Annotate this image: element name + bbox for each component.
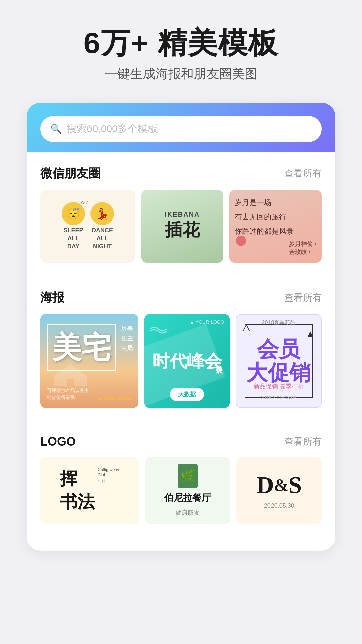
poster-3-dates: 2018.3.01~03.08 <box>261 395 297 400</box>
letter-s: S <box>288 471 302 499</box>
logo-template-card-2[interactable]: 🌿 伯尼拉餐厅 健康膳食 <box>145 457 231 524</box>
poster-2-top: ▲ YOUR LOGO <box>190 319 224 325</box>
wechat-view-all[interactable]: 查看所有 <box>284 167 322 180</box>
logo-template-card-1[interactable]: 挥书法 CalligraphyClub ○ 社 <box>40 457 139 524</box>
wechat-section-header: 微信朋友圈 查看所有 <box>40 165 322 182</box>
divider-2 <box>27 411 335 421</box>
ds-logo-date: 2020.05.30 <box>264 502 294 509</box>
poster-2-main: 时代峰会 <box>152 351 222 371</box>
divider-3 <box>27 527 335 537</box>
triangle-decor-1 <box>243 325 250 331</box>
brush-char: 挥书法 <box>60 467 95 514</box>
wechat-template-card-3[interactable]: 岁月是一场 有去无回的旅行 你路过的都是风景 岁月神偷 /金玫岐 / <box>229 190 322 263</box>
hero-title: 6万+ 精美模板 <box>20 27 342 59</box>
search-header: 🔍 搜索60,000多个模板 <box>27 103 335 152</box>
divider-1 <box>27 266 335 276</box>
poster-template-card-1[interactable]: 美宅 尽美住在宅局 百坪楼放产品认购中给你值得享受 ▲ YOUR LOGO <box>40 314 138 408</box>
calligraphy-circle: ○ 社 <box>98 478 119 484</box>
svg-marker-0 <box>243 325 250 331</box>
poem-line-2: 有去无回的旅行 <box>235 211 286 223</box>
wechat-template-grid: 😴 zzz SLEEPALLDAY 💃 DANCEALLNIGHT <box>40 190 322 263</box>
poster-1-sub: 尽美住在宅局 <box>121 324 133 353</box>
wechat-template-card-2[interactable]: IKEBANA 插花 <box>141 190 223 263</box>
leaf-logo-icon: 🌿 <box>178 464 198 488</box>
calligraphy-en: CalligraphyClub <box>98 467 119 477</box>
triangle-decor-2 <box>308 331 313 337</box>
poster-3-main: 会员大促销 <box>246 337 311 385</box>
logo-template-card-3[interactable]: D & S 2020.05.30 <box>236 457 322 524</box>
poster-view-all[interactable]: 查看所有 <box>284 291 322 304</box>
wave-icon <box>150 324 167 334</box>
poster-2-btn: 大数据 <box>170 388 204 401</box>
search-bar[interactable]: 🔍 搜索60,000多个模板 <box>40 116 322 142</box>
ikebana-en-label: IKEBANA <box>165 211 200 218</box>
poster-section-title: 海报 <box>40 289 64 306</box>
poem-author: 岁月神偷 /金玫岐 / <box>289 240 316 256</box>
poem-line-3: 你路过的都是风景 <box>235 225 294 237</box>
poster-1-detail: 百坪楼放产品认购中给你值得享受 <box>47 387 89 401</box>
app-card: 🔍 搜索60,000多个模板 微信朋友圈 查看所有 😴 zzz <box>27 103 335 551</box>
logo-section-title: LOGO <box>40 435 76 449</box>
poster-3-year: 2018夏季新品 <box>262 319 296 326</box>
poster-template-grid: 美宅 尽美住在宅局 百坪楼放产品认购中给你值得享受 ▲ YOUR LOGO ▲ … <box>40 314 322 408</box>
wechat-section-title: 微信朋友圈 <box>40 165 101 182</box>
restaurant-name: 伯尼拉餐厅 <box>164 492 211 504</box>
calligraphy-main: 挥书法 CalligraphyClub ○ 社 <box>60 467 119 514</box>
ikebana-text: IKEBANA 插花 <box>165 211 200 242</box>
poem-line-1: 岁月是一场 <box>235 197 272 208</box>
sleep-face: 😴 zzz <box>62 202 85 225</box>
page: 6万+ 精美模板 一键生成海报和朋友圈美图 🔍 搜索60,000多个模板 微信朋… <box>0 0 362 644</box>
sleep-char: 😴 zzz SLEEPALLDAY <box>62 202 85 250</box>
search-placeholder-text: 搜索60,000多个模板 <box>67 122 158 136</box>
house-icon <box>50 361 90 388</box>
wechat-template-card-1[interactable]: 😴 zzz SLEEPALLDAY 💃 DANCEALLNIGHT <box>40 190 135 263</box>
logo-template-grid: 挥书法 CalligraphyClub ○ 社 🌿 伯尼拉餐厅 健康膳食 <box>40 457 322 524</box>
dance-char: 💃 DANCEALLNIGHT <box>90 202 114 250</box>
poster-template-card-3[interactable]: 2018夏季新品 会员大促销 新品促销 夏季打折 2018.3.01~03.08 <box>236 314 322 408</box>
hero-section: 6万+ 精美模板 一键生成海报和朋友圈美图 <box>0 0 362 96</box>
search-icon: 🔍 <box>50 123 62 135</box>
poster-1-logo: ▲ YOUR LOGO <box>97 396 132 401</box>
dance-face: 💃 <box>90 202 114 225</box>
letter-d: D <box>256 471 274 499</box>
poster-section: 海报 查看所有 美宅 尽美住在宅局 百坪楼放产品认购中给你值得享受 ▲ YOUR… <box>27 276 335 411</box>
pink-dot-decor <box>236 236 246 246</box>
logo-section-header: LOGO 查看所有 <box>40 435 322 449</box>
svg-marker-1 <box>308 331 313 337</box>
calligraphy-side: CalligraphyClub ○ 社 <box>98 467 119 484</box>
restaurant-sub: 健康膳食 <box>176 508 200 517</box>
logo-view-all[interactable]: 查看所有 <box>284 435 322 448</box>
calligraphy-logo: 挥书法 CalligraphyClub ○ 社 <box>60 467 119 514</box>
ikebana-zh-label: 插花 <box>165 218 200 242</box>
logo-section: LOGO 查看所有 挥书法 CalligraphyClub ○ 社 <box>27 421 335 527</box>
ampersand-symbol: & <box>274 475 288 495</box>
ds-logo-letters: D & S <box>256 471 302 499</box>
wechat-section: 微信朋友圈 查看所有 😴 zzz SLEEPALLDAY <box>27 152 335 266</box>
hero-subtitle: 一键生成海报和朋友圈美图 <box>20 65 342 83</box>
poster-section-header: 海报 查看所有 <box>40 289 322 306</box>
poster-template-card-2[interactable]: ▲ YOUR LOGO 时代峰会 引领科技潮流 大数据 <box>144 314 229 408</box>
zzz-text: zzz <box>80 199 88 205</box>
dance-label: DANCEALLNIGHT <box>92 227 113 250</box>
sleep-label: SLEEPALLDAY <box>63 227 83 250</box>
